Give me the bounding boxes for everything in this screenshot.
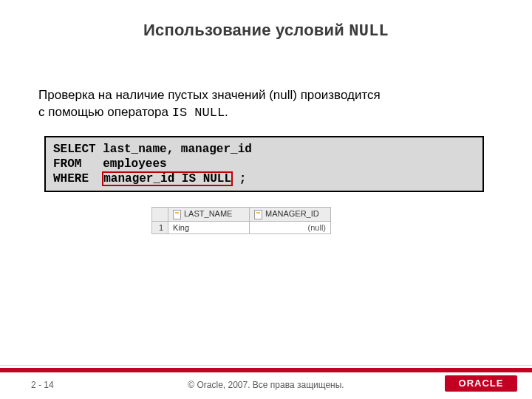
oracle-logo: ORACLE [445, 375, 517, 392]
slide-title: Использование условий NULL [0, 21, 532, 41]
code-line-1: SELECT last_name, manager_id [53, 143, 252, 156]
column-icon [254, 210, 262, 219]
result-header-row: LAST_NAME MANAGER_ID [152, 208, 331, 222]
footer-red-bar [0, 368, 532, 372]
code-line-3-before: WHERE [53, 172, 103, 185]
cell-lastname: King [168, 221, 250, 233]
code-line-3-after: ; [232, 172, 246, 185]
title-text: Использование условий [143, 21, 349, 39]
result-col-managerid: MANAGER_ID [250, 208, 331, 222]
slide: Использование условий NULL Проверка на н… [0, 0, 532, 399]
row-index: 1 [152, 221, 168, 233]
result-index-header [152, 208, 168, 222]
code-line-2: FROM employees [53, 157, 167, 171]
title-mono: NULL [349, 22, 389, 41]
body-line2-prefix: с помощью оператора [38, 105, 172, 119]
body-line2-suffix: . [225, 105, 228, 119]
body-line1: Проверка на наличие пустых значений (nul… [38, 88, 381, 102]
col-label-managerid: MANAGER_ID [265, 209, 319, 218]
result-col-lastname: LAST_NAME [168, 208, 250, 222]
col-label-lastname: LAST_NAME [184, 209, 232, 218]
body-line2-mono: IS NULL [172, 106, 225, 120]
footer: 2 - 14 © Oracle, 2007. Все права защищен… [0, 364, 532, 399]
table-row: 1 King (null) [152, 221, 331, 233]
footer-divider [0, 365, 532, 366]
cell-managerid: (null) [250, 221, 331, 233]
body-text: Проверка на наличие пустых значений (nul… [38, 87, 494, 122]
result-table: LAST_NAME MANAGER_ID 1 King (null) [151, 207, 331, 234]
code-highlight: manager_id IS NULL [103, 172, 232, 185]
column-icon [173, 210, 181, 219]
sql-code-box: SELECT last_name, manager_id FROM employ… [44, 136, 484, 192]
